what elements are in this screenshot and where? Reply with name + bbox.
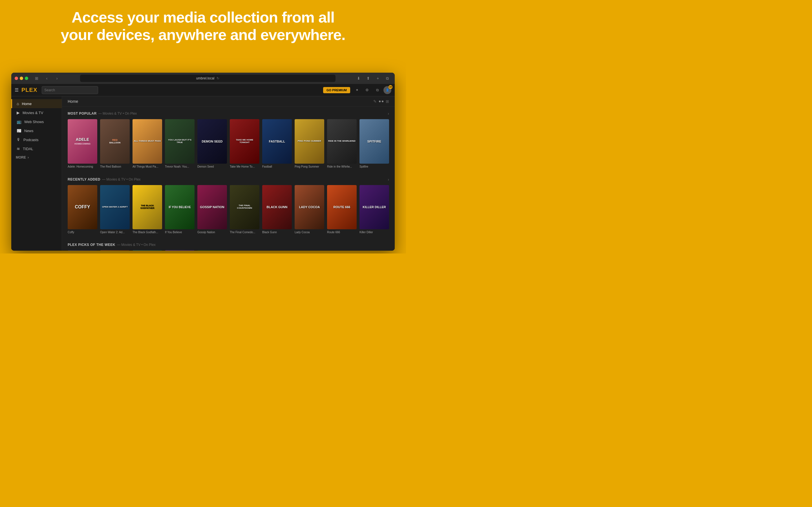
most-popular-subtitle: — Movies & TV • On Plex xyxy=(98,112,137,115)
view-toggle[interactable] xyxy=(379,99,384,104)
media-item-all-things[interactable]: ALL THINGS MUST PASS All Things Must Pa.… xyxy=(133,119,162,168)
sidebar-item-news[interactable]: 📰 News xyxy=(11,126,62,135)
media-item-trevor[interactable]: YOU LAUGH BUT IT'S TRUE Trevor Noah: You… xyxy=(165,119,195,168)
close-button[interactable] xyxy=(15,76,18,80)
media-item-ride[interactable]: RIDE IN THE WHIRLWIND Ride in the Whirlw… xyxy=(327,119,357,168)
new-tab-button[interactable]: + xyxy=(374,74,382,82)
media-item-black-godfather[interactable]: THE BLACK GODFATHER The Black Godfath... xyxy=(133,185,162,234)
plex-sidebar: ⌂ Home ▶ Movies & TV 📺 Web Shows 📰 News … xyxy=(11,96,62,251)
media-item-red-balloon[interactable]: RED BALLOON The Red Balloon xyxy=(100,119,130,168)
title-take-me: Take Me Home To... xyxy=(230,165,259,168)
hero-section: Access your media collection from all yo… xyxy=(0,0,406,49)
poster-all-things: ALL THINGS MUST PASS xyxy=(133,119,162,164)
title-black-gunn: Black Gunn xyxy=(262,231,292,234)
title-open-water: Open Water 2: Ad... xyxy=(100,231,130,234)
recently-added-header: RECENTLY ADDED — Movies & TV • On Plex › xyxy=(68,177,389,182)
maximize-button[interactable] xyxy=(25,76,28,80)
most-popular-section: MOST POPULAR — Movies & TV • On Plex › A… xyxy=(62,107,395,173)
title-all-things: All Things Must Pa... xyxy=(133,165,162,168)
edit-button[interactable]: ✎ xyxy=(373,99,377,104)
download-button[interactable]: ⬇ xyxy=(355,74,363,82)
title-spitfire: Spitfire xyxy=(359,165,389,168)
traffic-lights xyxy=(15,76,28,80)
sidebar-more[interactable]: MORE › xyxy=(11,153,62,162)
sidebar-item-movies-tv[interactable]: ▶ Movies & TV xyxy=(11,108,62,117)
poster-adele: ADELE HOMECOMING xyxy=(68,119,97,164)
topbar-icons: ✦ ⚙ ⧉ 👤 19 xyxy=(353,86,391,94)
poster-sneak: SNEAKERHEADZ xyxy=(197,250,227,251)
title-fastball: Fastball xyxy=(262,165,292,168)
plex-main: ⌂ Home ▶ Movies & TV 📺 Web Shows 📰 News … xyxy=(11,96,395,251)
media-item-route[interactable]: ROUTE 666 Route 666 xyxy=(327,185,357,234)
cast-icon[interactable]: ✦ xyxy=(353,86,361,94)
media-item-final[interactable]: THE FINAL COUNTDOWN The Final Comedo... xyxy=(230,185,259,234)
title-final: The Final Comedo... xyxy=(230,231,259,234)
poster-final: THE FINAL COUNTDOWN xyxy=(230,185,259,230)
poster-killer: KILLER DILLER xyxy=(359,185,389,230)
plex-picks-grid: DEMENTIA 13 Dementia 13 HERE, THERE xyxy=(68,250,389,251)
browser-window: ⊞ ‹ › umbrel.local ↻ ⬇ ⬆ + ⧉ ☰ PLEX GO P… xyxy=(11,73,395,251)
poster-pick1: DEMENTIA 13 xyxy=(68,250,97,251)
media-item-pick4[interactable]: Pick 4 xyxy=(165,250,195,251)
media-item-black-gunn[interactable]: BLACK GUNN Black Gunn xyxy=(262,185,292,234)
menu-icon[interactable]: ☰ xyxy=(15,87,18,93)
minimize-button[interactable] xyxy=(20,76,23,80)
back-button[interactable]: ‹ xyxy=(43,74,51,82)
recently-added-section: RECENTLY ADDED — Movies & TV • On Plex ›… xyxy=(62,173,395,238)
media-item-if-you[interactable]: if you believe If You Believe xyxy=(165,185,195,234)
poster-gossip: GOSSIP NATION xyxy=(197,185,227,230)
media-item-open-water[interactable]: OPEN WATER 2 ADRIFT Open Water 2: Ad... xyxy=(100,185,130,234)
poster-pick2: HERE, THERE xyxy=(100,250,130,251)
plex-picks-subtitle: — Movies & TV • On Plex xyxy=(117,243,156,247)
media-item-ping-pong[interactable]: PING PONG SUMMER Ping Pong Summer xyxy=(295,119,324,168)
recently-added-grid: COFFY Coffy OPEN WATER 2 ADRIFT xyxy=(68,185,389,234)
grid-view-button[interactable]: ⊞ xyxy=(386,99,389,104)
media-item-killer[interactable]: KILLER DILLER Killer Diller xyxy=(359,185,389,234)
media-item-demon[interactable]: DEMON SEED Demon Seed xyxy=(197,119,227,168)
poster-if-you: if you believe xyxy=(165,185,195,230)
most-popular-arrow[interactable]: › xyxy=(388,111,389,116)
avatar[interactable]: 👤 19 xyxy=(384,86,391,94)
media-item-pick3[interactable]: Pick 3 xyxy=(133,250,162,251)
poster-black-godfather: THE BLACK GODFATHER xyxy=(133,185,162,230)
forward-button[interactable]: › xyxy=(53,74,61,82)
poster-black-gunn: BLACK GUNN xyxy=(262,185,292,230)
sidebar-item-tidal[interactable]: ≋ TIDAL xyxy=(11,144,62,153)
media-item-coffy[interactable]: COFFY Coffy xyxy=(68,185,97,234)
recently-added-arrow[interactable]: › xyxy=(388,177,389,182)
media-item-pick2[interactable]: HERE, THERE Here, There... xyxy=(100,250,130,251)
plex-topbar: ☰ PLEX GO PREMIUM ✦ ⚙ ⧉ 👤 19 xyxy=(11,84,395,96)
media-item-spitfire[interactable]: SPITFIRE Spitfire xyxy=(359,119,389,168)
poster-ride: RIDE IN THE WHIRLWIND xyxy=(327,119,357,164)
media-item-sneak[interactable]: SNEAKERHEADZ Sneakerheadz xyxy=(197,250,227,251)
movies-icon: ▶ xyxy=(17,110,20,115)
address-bar[interactable]: umbrel.local ↻ xyxy=(80,75,336,82)
settings-icon[interactable]: ⚙ xyxy=(363,86,371,94)
reload-icon: ↻ xyxy=(216,76,219,80)
media-item-take-me[interactable]: TAKE ME HOME TONIGHT Take Me Home To... xyxy=(230,119,259,168)
plex-logo: PLEX xyxy=(21,87,37,93)
content-header-actions: ✎ ⊞ xyxy=(373,99,389,104)
premium-button[interactable]: GO PREMIUM xyxy=(323,87,350,93)
screen-share-icon[interactable]: ⧉ xyxy=(373,86,381,94)
poster-demon: DEMON SEED xyxy=(197,119,227,164)
media-item-fastball[interactable]: FASTBALL Fastball xyxy=(262,119,292,168)
share-button[interactable]: ⬆ xyxy=(364,74,372,82)
title-killer: Killer Diller xyxy=(359,231,389,234)
media-item-lady[interactable]: LADY COCOA Lady Cocoa xyxy=(295,185,324,234)
poster-ping-pong: PING PONG SUMMER xyxy=(295,119,324,164)
search-input[interactable] xyxy=(42,86,98,94)
poster-red-balloon: RED BALLOON xyxy=(100,119,130,164)
page-title: Home xyxy=(68,99,78,104)
poster-lady: LADY COCOA xyxy=(295,185,324,230)
tab-overview-button[interactable]: ⧉ xyxy=(384,74,391,82)
sidebar-item-podcasts[interactable]: 🎙 Podcasts xyxy=(11,135,62,144)
title-ping-pong: Ping Pong Summer xyxy=(295,165,324,168)
media-item-adele[interactable]: ADELE HOMECOMING Adele: Homecoming xyxy=(68,119,97,168)
media-item-pick1[interactable]: DEMENTIA 13 Dementia 13 xyxy=(68,250,97,251)
sidebar-item-web-shows[interactable]: 📺 Web Shows xyxy=(11,117,62,126)
media-item-gossip[interactable]: GOSSIP NATION Gossip Nation xyxy=(197,185,227,234)
sidebar-toggle-button[interactable]: ⊞ xyxy=(33,74,41,82)
most-popular-header: MOST POPULAR — Movies & TV • On Plex › xyxy=(68,111,389,116)
sidebar-item-home[interactable]: ⌂ Home xyxy=(11,99,62,108)
